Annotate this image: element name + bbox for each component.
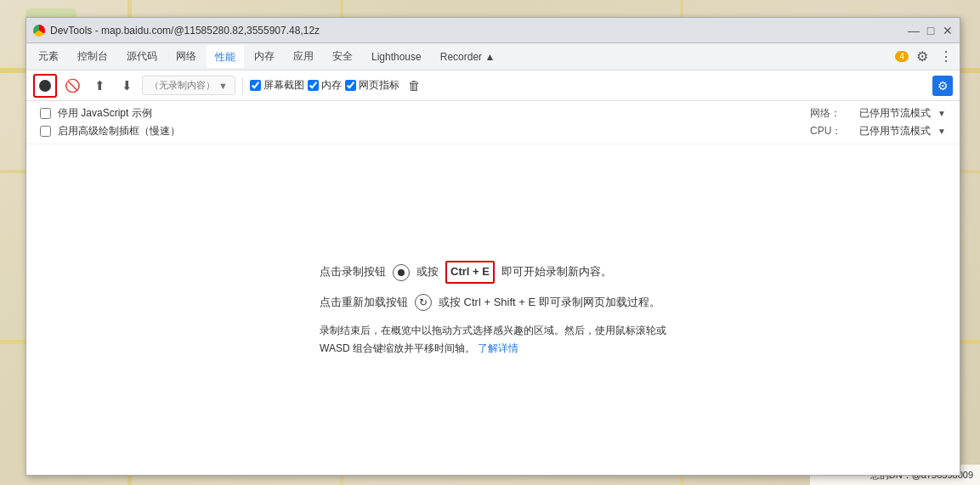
download-button[interactable]: ⬇	[115, 74, 139, 98]
options-area: 停用 JavaScript 示例 启用高级绘制插框（慢速） 网络： 已停用节流模…	[26, 101, 960, 144]
tab-sources[interactable]: 源代码	[118, 46, 166, 67]
title-bar: DevTools - map.baidu.com/@11585280.82,35…	[26, 18, 960, 43]
reload-hint-icon: ↻	[415, 294, 432, 311]
hint1-or-text: 或按	[416, 263, 439, 281]
web-vitals-checkbox[interactable]	[345, 80, 356, 91]
disable-js-checkbox[interactable]	[40, 108, 51, 119]
web-vitals-label: 网页指标	[359, 78, 399, 93]
close-button[interactable]: ✕	[943, 25, 953, 36]
stop-icon: 🚫	[65, 78, 81, 93]
upload-icon: ⬆	[94, 78, 105, 93]
stop-button[interactable]: 🚫	[60, 74, 84, 98]
record-button[interactable]	[33, 74, 57, 98]
tab-security[interactable]: 安全	[324, 46, 361, 67]
screenshot-checkbox[interactable]	[250, 80, 261, 91]
hint-description: 录制结束后，在概览中以拖动方式选择感兴趣的区域。然后，使用鼠标滚轮或 WASD …	[320, 322, 666, 358]
performance-toolbar: 🚫 ⬆ ⬇ （无录制内容） ▼ 屏幕截图 内存 网页指标 �	[26, 70, 960, 101]
tab-memory[interactable]: 内存	[246, 46, 283, 67]
tab-bar: 元素 控制台 源代码 网络 性能 内存 应用 安全 Lighthouse Rec…	[26, 43, 960, 70]
title-controls: — □ ✕	[909, 25, 953, 36]
memory-checkbox-label[interactable]: 内存	[308, 78, 342, 93]
tab-lighthouse[interactable]: Lighthouse	[363, 48, 430, 66]
tab-network[interactable]: 网络	[167, 46, 205, 67]
hint2-before-text: 点击重新加载按钮	[320, 294, 408, 312]
more-options-button[interactable]: ⋮	[936, 47, 956, 67]
memory-label: 内存	[321, 78, 342, 93]
network-option: 网络： 已停用节流模式 ▼	[810, 106, 946, 121]
toolbar-separator	[242, 77, 243, 94]
hint1-after-text: 即可开始录制新内容。	[501, 263, 612, 281]
delete-icon: 🗑	[408, 78, 421, 93]
main-content-area: 点击录制按钮 或按 Ctrl + E 即可开始录制新内容。 点击重新加载按钮 ↻…	[26, 144, 960, 475]
learn-more-link[interactable]: 了解详情	[478, 342, 518, 354]
toolbar-settings-gear[interactable]: ⚙	[932, 76, 953, 96]
enable-advanced-paint-label: 启用高级绘制插框（慢速）	[58, 124, 180, 138]
record-hint-dot	[398, 269, 405, 276]
download-icon: ⬇	[122, 78, 133, 93]
minimize-button[interactable]: —	[909, 25, 919, 36]
cpu-dropdown-arrow[interactable]: ▼	[938, 127, 946, 136]
record-hint-icon	[393, 264, 410, 281]
hint2-or-text: 或按 Ctrl + Shift + E 即可录制网页加载过程。	[439, 294, 660, 312]
enable-advanced-paint-option: 启用高级绘制插框（慢速）	[40, 124, 180, 138]
tab-console[interactable]: 控制台	[69, 46, 116, 67]
hint-block: 点击录制按钮 或按 Ctrl + E 即可开始录制新内容。 点击重新加载按钮 ↻…	[320, 261, 666, 358]
settings-button[interactable]: ⚙	[912, 47, 932, 67]
cpu-value: 已停用节流模式	[859, 124, 931, 138]
screenshot-label: 屏幕截图	[263, 78, 304, 93]
disable-js-option: 停用 JavaScript 示例	[40, 106, 180, 121]
tab-recorder[interactable]: Recorder ▲	[432, 48, 504, 66]
delete-button[interactable]: 🗑	[403, 74, 427, 98]
title-bar-text: DevTools - map.baidu.com/@11585280.82,35…	[50, 25, 909, 37]
cpu-key: CPU：	[810, 124, 853, 138]
issues-badge: 4	[895, 51, 909, 62]
tab-performance[interactable]: 性能	[207, 45, 244, 68]
network-value: 已停用节流模式	[859, 106, 931, 121]
memory-checkbox[interactable]	[308, 80, 319, 91]
hint-record-row: 点击录制按钮 或按 Ctrl + E 即可开始录制新内容。	[320, 261, 666, 284]
options-right: 网络： 已停用节流模式 ▼ CPU： 已停用节流模式 ▼	[810, 106, 946, 138]
maximize-button[interactable]: □	[926, 25, 936, 36]
recording-dropdown[interactable]: （无录制内容） ▼	[142, 76, 235, 95]
tab-elements[interactable]: 元素	[30, 46, 67, 67]
disable-js-label: 停用 JavaScript 示例	[58, 106, 152, 121]
devtools-panel: DevTools - map.baidu.com/@11585280.82,35…	[25, 17, 960, 476]
toolbar-right: ⚙	[932, 76, 953, 96]
chrome-icon	[33, 25, 45, 37]
hint3-line2: WASD 组合键缩放并平移时间轴。	[320, 342, 475, 354]
hint3-line1: 录制结束后，在概览中以拖动方式选择感兴趣的区域。然后，使用鼠标滚轮或	[320, 324, 666, 336]
network-dropdown-arrow[interactable]: ▼	[938, 109, 946, 118]
hint1-keys: Ctrl + E	[445, 261, 495, 284]
dropdown-text: （无录制内容）	[150, 79, 215, 92]
network-key: 网络：	[810, 106, 853, 121]
record-dot-icon	[39, 80, 51, 92]
hint-reload-row: 点击重新加载按钮 ↻ 或按 Ctrl + Shift + E 即可录制网页加载过…	[320, 294, 666, 312]
tab-bar-right: 4 ⚙ ⋮	[895, 47, 956, 67]
web-vitals-checkbox-label[interactable]: 网页指标	[345, 78, 399, 93]
screenshot-checkbox-label[interactable]: 屏幕截图	[250, 78, 304, 93]
cpu-option: CPU： 已停用节流模式 ▼	[810, 124, 946, 138]
options-left: 停用 JavaScript 示例 启用高级绘制插框（慢速）	[40, 106, 180, 138]
upload-button[interactable]: ⬆	[88, 74, 111, 98]
enable-advanced-paint-checkbox[interactable]	[40, 126, 51, 137]
tab-application[interactable]: 应用	[285, 46, 322, 67]
hint1-before-text: 点击录制按钮	[320, 263, 386, 281]
